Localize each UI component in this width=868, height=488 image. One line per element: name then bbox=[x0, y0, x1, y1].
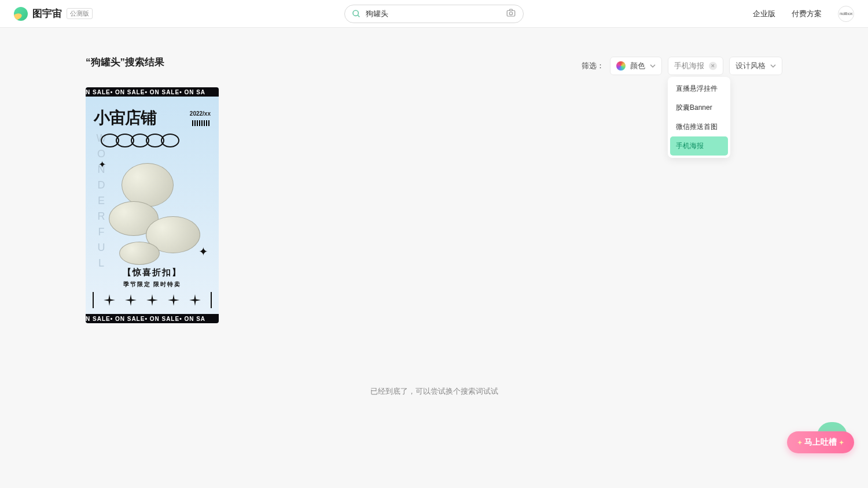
svg-line-1 bbox=[358, 15, 359, 17]
filter-type-dropdown[interactable]: 手机海报 ✕ 直播悬浮挂件 胶囊Banner 微信推送首图 手机海报 bbox=[668, 57, 723, 75]
star-row bbox=[93, 292, 212, 308]
beta-badge: 公测版 bbox=[67, 8, 93, 19]
sparkle-icon: ✦ bbox=[198, 245, 208, 258]
search-input[interactable] bbox=[366, 9, 501, 18]
search-container bbox=[344, 5, 524, 23]
feedback-button[interactable]: ✦ 马上吐槽 ✦ bbox=[787, 431, 854, 453]
promo-main: 【惊喜折扣】 bbox=[86, 267, 219, 278]
camera-icon[interactable] bbox=[506, 8, 516, 20]
header-right: 企业版 付费方案 nolibox bbox=[753, 6, 854, 22]
filter-color-label: 颜色 bbox=[630, 61, 645, 71]
sale-strip-top: N SALE• ON SALE• ON SALE• ON SA bbox=[86, 87, 219, 97]
clear-filter-icon[interactable]: ✕ bbox=[709, 62, 717, 70]
header-bar: 图宇宙 公测版 企业版 付费方案 nolibox bbox=[0, 0, 868, 28]
filter-color-dropdown[interactable]: 颜色 bbox=[610, 57, 662, 75]
planet-logo-icon bbox=[14, 7, 28, 21]
svg-point-3 bbox=[509, 12, 512, 14]
filter-label: 筛选： bbox=[582, 61, 604, 71]
svg-rect-2 bbox=[507, 10, 515, 16]
sparkle-icon: ✦ bbox=[839, 439, 844, 446]
card-title: 小宙店铺 bbox=[94, 107, 156, 129]
filter-type-selected: 手机海报 bbox=[674, 61, 704, 71]
star-icon bbox=[125, 294, 137, 306]
search-icon bbox=[352, 9, 361, 19]
vertical-text: WONDERFUL bbox=[95, 132, 107, 273]
rings-decoration bbox=[104, 134, 179, 147]
card-year: 2022/xx bbox=[190, 110, 211, 117]
star-icon bbox=[168, 294, 179, 306]
end-of-results-message: 已经到底了，可以尝试换个搜索词试试 bbox=[370, 386, 498, 397]
avatar[interactable]: nolibox bbox=[838, 6, 854, 22]
product-image bbox=[109, 163, 201, 256]
chevron-down-icon bbox=[770, 62, 776, 71]
promo-sub: 季节限定 限时特卖 bbox=[86, 280, 219, 289]
nav-pricing[interactable]: 付费方案 bbox=[792, 9, 822, 19]
sale-strip-bottom: N SALE• ON SALE• ON SALE• ON SA bbox=[86, 314, 219, 323]
star-icon bbox=[104, 294, 115, 306]
sparkle-icon: ✦ bbox=[797, 439, 802, 446]
svg-point-0 bbox=[353, 10, 358, 16]
nav-enterprise[interactable]: 企业版 bbox=[753, 9, 775, 19]
dropdown-item-0[interactable]: 直播悬浮挂件 bbox=[670, 79, 728, 98]
logo-area[interactable]: 图宇宙 公测版 bbox=[14, 7, 93, 21]
sparkle-icon: ✦ bbox=[98, 159, 106, 170]
dropdown-item-3[interactable]: 手机海报 bbox=[670, 136, 728, 156]
barcode-icon bbox=[192, 120, 211, 126]
result-card[interactable]: N SALE• ON SALE• ON SALE• ON SA 小宙店铺 202… bbox=[86, 87, 219, 323]
filter-row: 筛选： 颜色 手机海报 ✕ 直播悬浮挂件 胶囊Banner 微信推送首图 手机海… bbox=[582, 57, 782, 75]
star-icon bbox=[146, 294, 158, 306]
filter-style-label: 设计风格 bbox=[735, 61, 766, 71]
star-icon bbox=[189, 294, 201, 306]
search-box[interactable] bbox=[344, 5, 524, 23]
chevron-down-icon bbox=[650, 62, 656, 71]
color-wheel-icon bbox=[616, 61, 626, 71]
feedback-label: 马上吐槽 bbox=[804, 437, 837, 448]
dropdown-item-2[interactable]: 微信推送首图 bbox=[670, 117, 728, 136]
logo-text: 图宇宙 bbox=[32, 7, 62, 20]
filter-style-dropdown[interactable]: 设计风格 bbox=[729, 57, 782, 75]
type-dropdown-menu: 直播悬浮挂件 胶囊Banner 微信推送首图 手机海报 bbox=[668, 77, 730, 158]
card-inner: 小宙店铺 2022/xx WONDERFUL ✦ ✦ 【惊喜折扣】 季节限定 限… bbox=[86, 97, 219, 314]
content-area: “狗罐头”搜索结果 筛选： 颜色 手机海报 ✕ 直播悬浮挂件 胶囊Banner … bbox=[0, 28, 868, 323]
card-title-row: 小宙店铺 2022/xx bbox=[94, 107, 211, 129]
dropdown-item-1[interactable]: 胶囊Banner bbox=[670, 98, 728, 117]
